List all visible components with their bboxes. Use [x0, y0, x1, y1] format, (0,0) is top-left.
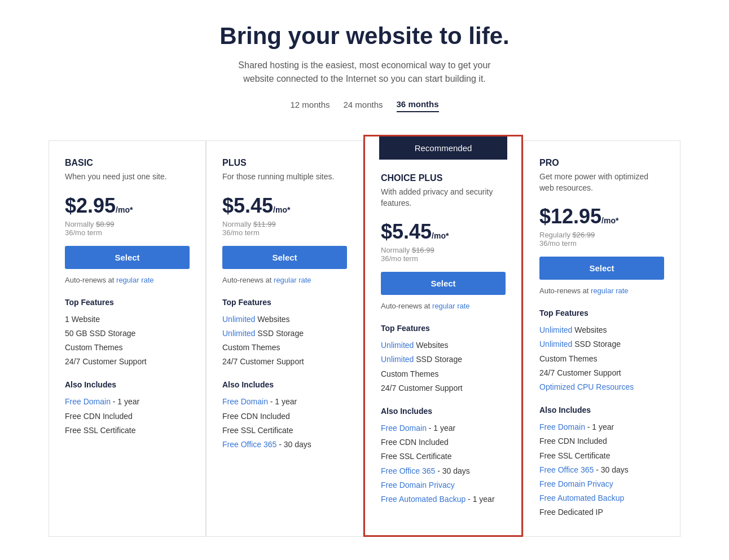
- pro-plan-price: $12.95/mo*: [539, 205, 664, 228]
- choice-plus-unlimited-websites-link[interactable]: Unlimited: [381, 341, 414, 350]
- plus-also-4: Free Office 365 - 30 days: [222, 438, 347, 452]
- basic-also-1: Free Domain - 1 year: [65, 395, 190, 409]
- plus-also-2: Free CDN Included: [222, 409, 347, 424]
- plus-unlimited-storage-link[interactable]: Unlimited: [222, 329, 255, 338]
- pro-regular-rate-link[interactable]: regular rate: [591, 286, 628, 295]
- choice-plus-domain-privacy-link[interactable]: Free Domain Privacy: [381, 480, 455, 490]
- pro-price-per: /mo*: [601, 216, 618, 225]
- basic-feature-2: 50 GB SSD Storage: [65, 327, 190, 341]
- pro-unlimited-storage-link[interactable]: Unlimited: [539, 339, 572, 349]
- basic-also-list: Free Domain - 1 year Free CDN Included F…: [65, 395, 190, 438]
- pro-price-amount: $12.95: [539, 205, 601, 228]
- pro-feature-1: Unlimited Websites: [539, 323, 664, 337]
- plus-feature-4: 24/7 Customer Support: [222, 355, 347, 369]
- plus-regular-rate-link[interactable]: regular rate: [274, 276, 311, 284]
- pro-plan-desc: Get more power with optimized web resour…: [539, 171, 664, 193]
- basic-also-2: Free CDN Included: [65, 409, 190, 424]
- plus-price-amount: $5.45: [222, 194, 273, 217]
- choice-plus-also-4: Free Office 365 - 30 days: [381, 464, 506, 478]
- plans-container: BASIC When you need just one site. $2.95…: [26, 140, 703, 559]
- choice-plus-unlimited-storage-link[interactable]: Unlimited: [381, 355, 414, 364]
- plus-free-domain-link[interactable]: Free Domain: [222, 397, 268, 406]
- pro-office365-link[interactable]: Free Office 365: [539, 465, 594, 474]
- plus-plan-desc: For those running multiple sites.: [222, 171, 347, 183]
- recommended-banner: Recommended: [379, 136, 507, 160]
- choice-plus-free-domain-link[interactable]: Free Domain: [381, 424, 427, 433]
- plus-auto-renews: Auto-renews at regular rate: [222, 276, 347, 284]
- choice-plus-feature-1: Unlimited Websites: [381, 338, 506, 352]
- choice-plus-auto-renews: Auto-renews at regular rate: [381, 302, 506, 310]
- pro-auto-renews: Auto-renews at regular rate: [539, 286, 664, 295]
- pro-also-3: Free SSL Certificate: [539, 449, 664, 463]
- choice-plus-also-includes-label: Also Includes: [381, 407, 506, 416]
- pro-unlimited-websites-link[interactable]: Unlimited: [539, 325, 572, 334]
- choice-plus-office365-link[interactable]: Free Office 365: [381, 466, 435, 475]
- plus-feature-2: Unlimited SSD Storage: [222, 327, 347, 341]
- plus-feature-1: Unlimited Websites: [222, 312, 347, 327]
- plus-select-button[interactable]: Select: [222, 246, 347, 269]
- choice-plus-top-features-label: Top Features: [381, 324, 506, 333]
- basic-feature-3: Custom Themes: [65, 341, 190, 355]
- basic-price-normally: Normally $8.9936/mo term: [65, 220, 190, 237]
- pro-also-6: Free Automated Backup: [539, 491, 664, 505]
- pro-select-button[interactable]: Select: [539, 257, 664, 280]
- plus-also-list: Free Domain - 1 year Free CDN Included F…: [222, 395, 347, 452]
- choice-plus-features-list: Unlimited Websites Unlimited SSD Storage…: [381, 338, 506, 395]
- plus-also-includes-label: Also Includes: [222, 380, 347, 389]
- basic-free-domain-link[interactable]: Free Domain: [65, 397, 111, 406]
- plus-top-features-label: Top Features: [222, 298, 347, 307]
- choice-plus-select-button[interactable]: Select: [381, 272, 506, 295]
- basic-price-amount: $2.95: [65, 194, 116, 217]
- pro-also-5: Free Domain Privacy: [539, 477, 664, 491]
- plus-features-list: Unlimited Websites Unlimited SSD Storage…: [222, 312, 347, 369]
- basic-regular-rate-link[interactable]: regular rate: [116, 276, 153, 284]
- pro-also-includes-label: Also Includes: [539, 405, 664, 415]
- basic-feature-4: 24/7 Customer Support: [65, 355, 190, 369]
- choice-plus-feature-3: Custom Themes: [381, 367, 506, 381]
- plan-choice-plus: Recommended CHOICE PLUS With added priva…: [363, 135, 523, 537]
- choice-plus-also-6: Free Automated Backup - 1 year: [381, 492, 506, 506]
- pro-plan-name: PRO: [539, 158, 664, 168]
- choice-plus-also-2: Free CDN Included: [381, 435, 506, 449]
- pro-optimized-cpu-link[interactable]: Optimized CPU Resources: [539, 382, 634, 391]
- basic-select-button[interactable]: Select: [65, 246, 190, 269]
- tab-36months[interactable]: 36 months: [397, 99, 439, 112]
- plus-price-per: /mo*: [273, 205, 290, 214]
- plus-also-3: Free SSL Certificate: [222, 424, 347, 438]
- plan-plus: PLUS For those running multiple sites. $…: [206, 140, 363, 537]
- basic-also-3: Free SSL Certificate: [65, 424, 190, 438]
- basic-plan-desc: When you need just one site.: [65, 171, 190, 183]
- pro-feature-5: Optimized CPU Resources: [539, 380, 664, 394]
- choice-plus-automated-backup-link[interactable]: Free Automated Backup: [381, 495, 465, 504]
- pro-automated-backup-link[interactable]: Free Automated Backup: [539, 493, 624, 502]
- pro-free-domain-link[interactable]: Free Domain: [539, 422, 585, 431]
- pro-price-normally: Regularly $26.9936/mo term: [539, 231, 664, 248]
- pro-feature-2: Unlimited SSD Storage: [539, 337, 664, 351]
- plus-unlimited-websites-link[interactable]: Unlimited: [222, 315, 255, 324]
- pro-top-features-label: Top Features: [539, 308, 664, 318]
- pro-also-2: Free CDN Included: [539, 434, 664, 448]
- choice-plus-regular-rate-link[interactable]: regular rate: [432, 302, 469, 310]
- choice-plus-plan-name: CHOICE PLUS: [381, 173, 506, 183]
- basic-plan-price: $2.95/mo*: [65, 194, 190, 218]
- plus-plan-name: PLUS: [222, 158, 347, 168]
- pro-also-4: Free Office 365 - 30 days: [539, 463, 664, 477]
- pro-also-7: Free Dedicated IP: [539, 505, 664, 519]
- page-title: Bring your website to life.: [11, 23, 718, 50]
- term-tabs: 12 months 24 months 36 months: [11, 99, 718, 112]
- choice-plus-also-1: Free Domain - 1 year: [381, 421, 506, 435]
- tab-12months[interactable]: 12 months: [290, 99, 330, 112]
- pro-domain-privacy-link[interactable]: Free Domain Privacy: [539, 479, 613, 488]
- choice-plus-plan-price: $5.45/mo*: [381, 220, 506, 244]
- plan-pro: PRO Get more power with optimized web re…: [523, 140, 680, 537]
- choice-plus-feature-2: Unlimited SSD Storage: [381, 352, 506, 367]
- choice-plus-price-per: /mo*: [432, 231, 449, 240]
- tab-24months[interactable]: 24 months: [343, 99, 383, 112]
- plus-office365-link[interactable]: Free Office 365: [222, 440, 276, 449]
- choice-plus-also-5: Free Domain Privacy: [381, 478, 506, 492]
- choice-plus-plan-desc: With added privacy and security features…: [381, 187, 506, 209]
- basic-top-features-label: Top Features: [65, 298, 190, 307]
- basic-also-includes-label: Also Includes: [65, 380, 190, 389]
- choice-plus-also-3: Free SSL Certificate: [381, 449, 506, 464]
- basic-features-list: 1 Website 50 GB SSD Storage Custom Theme…: [65, 312, 190, 369]
